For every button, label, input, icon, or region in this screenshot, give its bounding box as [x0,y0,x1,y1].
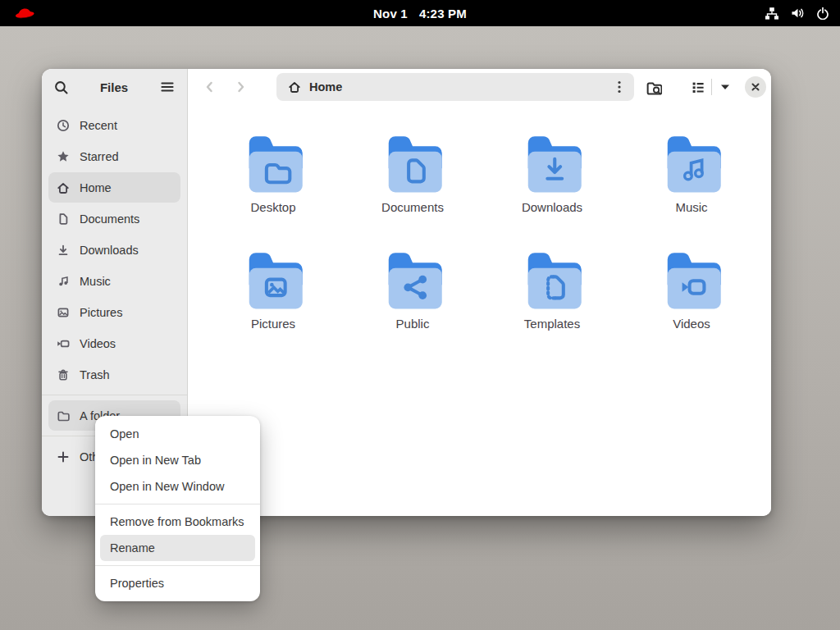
folder-name: Music [675,199,707,216]
sidebar-item-label: Documents [80,212,139,226]
download-icon [57,244,70,257]
list-view-button[interactable] [688,77,708,97]
folder-item-downloads[interactable]: Downloads [482,130,622,246]
menu-separator [95,504,260,504]
path-location-label: Home [309,80,609,94]
clock-date: Nov 1 [373,7,408,21]
menu-item-remove-from-bookmarks[interactable]: Remove from Bookmarks [95,509,260,535]
view-options-dropdown-button[interactable] [715,77,735,97]
app-title: Files [68,80,160,94]
bookmark-context-menu: Open Open in New Tab Open in New Window … [95,416,260,601]
menu-item-open[interactable]: Open [95,421,260,447]
menu-item-properties[interactable]: Properties [95,570,260,596]
folder-videos-icon [660,246,724,310]
forward-button[interactable] [231,77,250,97]
folder-name: Documents [381,199,444,216]
network-icon[interactable] [765,6,779,21]
folder-public-icon [381,246,445,310]
clock-icon [57,119,70,132]
folder-templates-icon [520,246,584,310]
volume-icon[interactable] [790,6,805,21]
menu-separator [95,565,260,566]
close-window-button[interactable] [745,76,766,98]
sidebar-item-trash[interactable]: Trash [48,359,180,390]
sidebar-item-label: Starred [80,150,119,163]
sidebar-item-starred[interactable]: Starred [48,141,180,171]
sidebar-item-documents[interactable]: Documents [48,203,180,234]
search-button[interactable] [54,80,68,94]
folder-name: Downloads [522,199,582,216]
camcorder-icon [57,337,70,350]
sidebar-item-home[interactable]: Home [48,172,180,203]
folder-item-public[interactable]: Public [343,246,482,363]
star-icon [57,150,70,163]
sidebar-item-pictures[interactable]: Pictures [48,297,180,327]
folder-name: Desktop [250,199,295,216]
folder-item-music[interactable]: Music [622,130,761,246]
sidebar-item-music[interactable]: Music [48,266,180,296]
menu-item-open-in-new-window[interactable]: Open in New Window [95,473,260,500]
sidebar-item-label: Videos [80,337,116,350]
sidebar-item-videos[interactable]: Videos [48,328,180,358]
home-icon [57,181,70,194]
sidebar-item-label: Music [80,275,111,288]
plus-icon [57,450,70,463]
folder-name: Pictures [251,316,295,332]
folder-name: Public [396,316,430,332]
main-pane: Home Desktop [188,69,771,516]
document-icon [57,212,70,226]
folder-icon [57,409,70,422]
sidebar-item-label: Recent [80,119,117,132]
sidebar-item-label: Downloads [80,244,139,257]
search-in-folder-button[interactable] [644,77,664,97]
folder-desktop-icon [241,130,305,194]
menu-item-rename[interactable]: Rename [100,535,255,561]
folder-item-pictures[interactable]: Pictures [203,246,343,363]
clock-time: 4:23 PM [419,7,467,21]
sidebar-header: Files [42,69,187,105]
sidebar-separator [42,395,187,395]
folder-item-documents[interactable]: Documents [343,130,482,246]
folder-item-desktop[interactable]: Desktop [203,130,343,246]
hamburger-menu-button[interactable] [160,80,175,94]
image-icon [57,306,70,319]
folder-music-icon [660,130,724,194]
view-toggle-group [688,77,735,97]
power-icon[interactable] [815,6,830,21]
sidebar-item-recent[interactable]: Recent [48,110,180,140]
folder-downloads-icon [520,130,584,194]
sidebar-item-label: Trash [80,368,110,381]
view-divider [711,79,712,95]
folder-documents-icon [381,130,445,194]
folder-name: Videos [673,316,710,332]
sidebar-item-label: Home [80,181,112,194]
sidebar-item-label: Pictures [80,306,122,319]
music-note-icon [57,275,70,288]
folder-pictures-icon [241,246,305,310]
system-top-bar: Nov 14:23 PM [0,0,840,26]
folder-view: Desktop Documents Downloads [188,105,771,516]
trash-icon [57,368,70,381]
path-bar[interactable]: Home [276,73,634,101]
folder-item-templates[interactable]: Templates [482,246,622,363]
folder-item-videos[interactable]: Videos [622,246,761,363]
kebab-menu-button[interactable] [609,77,629,97]
menu-item-open-in-new-tab[interactable]: Open in New Tab [95,447,260,473]
header-bar: Home [188,69,771,105]
folder-name: Templates [524,316,580,332]
home-icon [288,80,301,94]
back-button[interactable] [199,77,219,97]
clock[interactable]: Nov 14:23 PM [0,7,840,21]
sidebar-item-downloads[interactable]: Downloads [48,235,180,265]
